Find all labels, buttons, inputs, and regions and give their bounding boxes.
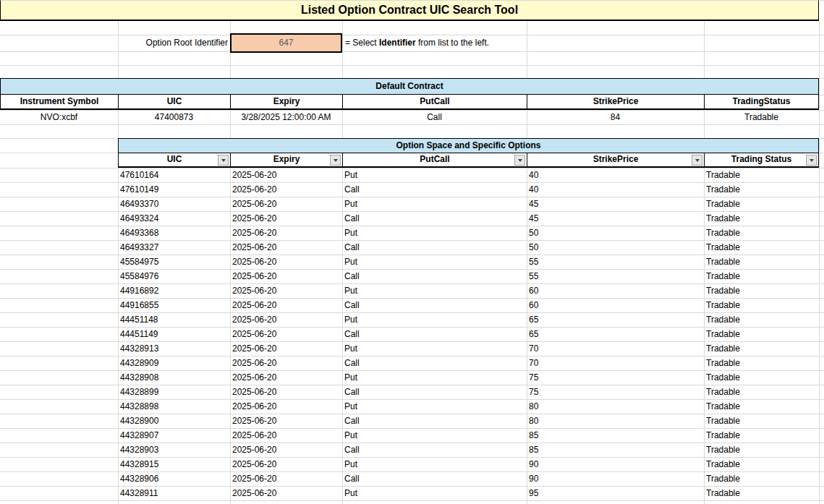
cell-trading-status[interactable]: Tradable xyxy=(704,182,819,197)
cell-putcall[interactable]: Call xyxy=(342,211,527,226)
cell-strikeprice[interactable]: 45 xyxy=(527,211,704,226)
cell-strikeprice[interactable]: 55 xyxy=(527,255,704,269)
cell-trading-status[interactable]: Tradable xyxy=(704,443,819,457)
cell-uic[interactable]: 44451148 xyxy=(118,312,230,327)
cell-uic[interactable]: 44328898 xyxy=(118,399,230,414)
cell-putcall[interactable]: Put xyxy=(342,399,527,414)
filter-button-putcall[interactable] xyxy=(514,155,525,166)
cell-uic[interactable]: 44328906 xyxy=(118,471,230,486)
cell-uic[interactable]: 46493327 xyxy=(118,240,230,255)
cell-strikeprice[interactable]: 90 xyxy=(527,457,704,471)
cell-trading-status[interactable]: Tradable xyxy=(704,414,819,428)
cell-strikeprice[interactable]: 80 xyxy=(527,399,704,414)
cell-uic[interactable]: 44328899 xyxy=(118,385,230,399)
cell-expiry[interactable]: 2025-06-20 xyxy=(230,283,342,298)
cell-expiry[interactable]: 2025-06-20 xyxy=(230,240,342,255)
cell-putcall[interactable]: Put xyxy=(342,312,527,327)
cell-putcall[interactable]: Put xyxy=(342,255,527,269)
cell-trading-status[interactable]: Tradable xyxy=(704,168,819,182)
option-root-identifier-input[interactable]: 647 xyxy=(230,33,342,53)
cell-uic[interactable]: 44328909 xyxy=(118,356,230,370)
cell-trading-status[interactable]: Tradable xyxy=(704,370,819,385)
cell-expiry[interactable]: 2025-06-20 xyxy=(230,370,342,385)
cell-strikeprice[interactable]: 70 xyxy=(527,356,704,370)
cell-uic[interactable]: 45584975 xyxy=(118,255,230,269)
cell-expiry[interactable]: 2025-06-20 xyxy=(230,457,342,471)
cell-strikeprice[interactable]: 60 xyxy=(527,283,704,298)
cell-uic[interactable]: 45584976 xyxy=(118,269,230,283)
cell-trading-status[interactable]: Tradable xyxy=(704,298,819,312)
cell-trading-status[interactable]: Tradable xyxy=(704,269,819,283)
cell-expiry[interactable]: 2025-06-20 xyxy=(230,298,342,312)
filter-button-expiry[interactable] xyxy=(330,155,341,166)
cell-trading-status[interactable]: Tradable xyxy=(704,283,819,298)
cell-expiry[interactable]: 2025-06-20 xyxy=(230,443,342,457)
cell-putcall[interactable]: Put xyxy=(342,283,527,298)
cell-trading-status[interactable]: Tradable xyxy=(704,327,819,341)
cell-putcall[interactable]: Call xyxy=(342,182,527,197)
cell-putcall[interactable]: Put xyxy=(342,341,527,356)
cell-expiry[interactable]: 2025-06-20 xyxy=(230,341,342,356)
cell-putcall[interactable]: Put xyxy=(342,197,527,211)
cell-uic[interactable]: 46493324 xyxy=(118,211,230,226)
cell-trading-status[interactable]: Tradable xyxy=(704,226,819,240)
cell-strikeprice[interactable]: 85 xyxy=(527,443,704,457)
cell-strikeprice[interactable]: 95 xyxy=(527,486,704,500)
cell-trading-status[interactable]: Tradable xyxy=(704,457,819,471)
filter-button-trading-status[interactable] xyxy=(806,155,817,166)
cell-expiry[interactable]: 2025-06-20 xyxy=(230,269,342,283)
cell-uic[interactable]: 44328915 xyxy=(118,457,230,471)
cell-expiry[interactable]: 3/28/2025 12:00:00 AM xyxy=(230,110,342,124)
cell-uic[interactable]: 44328900 xyxy=(118,414,230,428)
cell-strikeprice[interactable]: 40 xyxy=(527,168,704,182)
cell-putcall[interactable]: Call xyxy=(342,298,527,312)
cell-trading-status[interactable]: Tradable xyxy=(704,486,819,500)
cell-trading-status[interactable]: Tradable xyxy=(704,356,819,370)
cell-expiry[interactable]: 2025-06-20 xyxy=(230,211,342,226)
cell-expiry[interactable]: 2025-06-20 xyxy=(230,255,342,269)
cell-strikeprice[interactable]: 40 xyxy=(527,182,704,197)
cell-expiry[interactable]: 2025-06-20 xyxy=(230,182,342,197)
cell-expiry[interactable]: 2025-06-20 xyxy=(230,168,342,182)
cell-expiry[interactable]: 2025-06-20 xyxy=(230,356,342,370)
cell-uic[interactable]: 44328913 xyxy=(118,341,230,356)
cell-putcall[interactable]: Call xyxy=(342,110,527,124)
cell-putcall[interactable]: Call xyxy=(342,414,527,428)
cell-putcall[interactable]: Put xyxy=(342,457,527,471)
cell-trading-status[interactable]: Tradable xyxy=(704,211,819,226)
cell-uic[interactable]: 47610149 xyxy=(118,182,230,197)
cell-strikeprice[interactable]: 80 xyxy=(527,414,704,428)
cell-expiry[interactable]: 2025-06-20 xyxy=(230,399,342,414)
cell-expiry[interactable]: 2025-06-20 xyxy=(230,197,342,211)
cell-uic[interactable]: 44328903 xyxy=(118,443,230,457)
cell-putcall[interactable]: Put xyxy=(342,486,527,500)
cell-trading-status[interactable]: Tradable xyxy=(704,197,819,211)
cell-expiry[interactable]: 2025-06-20 xyxy=(230,327,342,341)
cell-expiry[interactable]: 2025-06-20 xyxy=(230,312,342,327)
cell-uic[interactable]: 46493368 xyxy=(118,226,230,240)
cell-trading-status[interactable]: Tradable xyxy=(704,240,819,255)
cell-uic[interactable]: 44916892 xyxy=(118,283,230,298)
cell-uic[interactable]: 47400873 xyxy=(118,110,230,124)
cell-tradingstatus[interactable]: Tradable xyxy=(704,110,819,124)
cell-expiry[interactable]: 2025-06-20 xyxy=(230,428,342,443)
cell-putcall[interactable]: Call xyxy=(342,471,527,486)
cell-trading-status[interactable]: Tradable xyxy=(704,471,819,486)
cell-putcall[interactable]: Put xyxy=(342,168,527,182)
cell-instrument-symbol[interactable]: NVO:xcbf xyxy=(0,110,118,124)
cell-strikeprice[interactable]: 50 xyxy=(527,226,704,240)
cell-uic[interactable]: 44328911 xyxy=(118,486,230,500)
cell-strikeprice[interactable]: 45 xyxy=(527,197,704,211)
cell-putcall[interactable]: Call xyxy=(342,443,527,457)
filter-button-uic[interactable] xyxy=(218,155,229,166)
cell-putcall[interactable]: Put xyxy=(342,370,527,385)
cell-trading-status[interactable]: Tradable xyxy=(704,385,819,399)
cell-putcall[interactable]: Call xyxy=(342,356,527,370)
cell-putcall[interactable]: Call xyxy=(342,385,527,399)
cell-uic[interactable]: 44451149 xyxy=(118,327,230,341)
cell-trading-status[interactable]: Tradable xyxy=(704,255,819,269)
cell-strikeprice[interactable]: 55 xyxy=(527,269,704,283)
cell-trading-status[interactable]: Tradable xyxy=(704,428,819,443)
cell-strikeprice[interactable]: 84 xyxy=(527,110,704,124)
cell-expiry[interactable]: 2025-06-20 xyxy=(230,486,342,500)
